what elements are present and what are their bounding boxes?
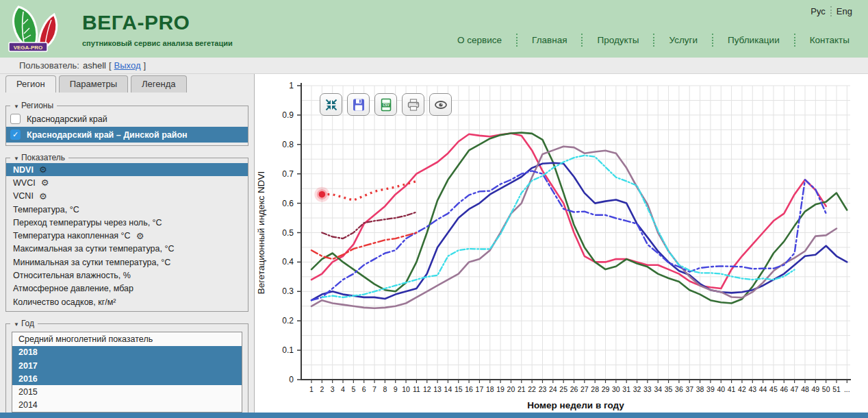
svg-text:27: 27 (580, 385, 589, 393)
region-row[interactable]: Краснодарский край (6, 111, 248, 127)
svg-text:44: 44 (759, 385, 767, 393)
series-ndvi-royalblue-dashdot (311, 171, 826, 300)
region-checkbox[interactable] (10, 114, 21, 124)
year-row[interactable]: 2014 (12, 399, 242, 412)
collapse-arrows-icon (324, 97, 339, 112)
svg-text:1: 1 (289, 81, 294, 90)
nav-item[interactable]: Услуги (653, 34, 712, 47)
nav-item[interactable]: Контакты (794, 34, 864, 47)
svg-text:21: 21 (518, 385, 526, 393)
tab-Параметры[interactable]: Параметры (59, 75, 128, 93)
indicator-row[interactable]: VCNI⚙ (6, 190, 248, 203)
print-button[interactable] (402, 93, 424, 116)
indicator-row[interactable]: Минимальная за сутки температура, °C (6, 256, 248, 269)
svg-text:29: 29 (602, 385, 610, 393)
highlighted-data-point[interactable] (319, 191, 326, 198)
indicator-row[interactable]: Количество осадков, кг/м² (6, 295, 248, 308)
nav-item[interactable]: Главная (516, 34, 581, 47)
year-row[interactable]: 2016 (12, 372, 242, 385)
vega-pro-logo: VEGA-PRO (7, 3, 75, 54)
svg-text:32: 32 (633, 385, 641, 393)
indicator-label: WVCI (13, 178, 36, 188)
indicator-row[interactable]: NDVI⚙ (6, 163, 248, 176)
checkmark-icon: ✓ (12, 131, 18, 138)
collapse-triangle-icon: ▼ (14, 103, 19, 110)
bracket-open: [ (109, 60, 112, 71)
gear-icon[interactable]: ⚙ (39, 191, 47, 201)
collapse-button[interactable] (320, 93, 342, 116)
indicator-row[interactable]: WVCI⚙ (6, 176, 248, 189)
lang-en[interactable]: Eng (832, 6, 857, 16)
indicators-legend[interactable]: ▼Показатель (10, 153, 68, 162)
svg-text:38: 38 (696, 385, 704, 393)
nav-item[interactable]: Публикации (712, 34, 794, 47)
indicator-row[interactable]: Относительная влажность, % (6, 269, 248, 282)
indicators-fieldset: ▼Показатель NDVI⚙WVCI⚙VCNI⚙Температура, … (5, 153, 248, 312)
indicator-label: Переход температуры через ноль, °C (13, 218, 162, 228)
lang-ru[interactable]: Рус (806, 6, 830, 16)
svg-text:23: 23 (539, 385, 547, 393)
indicator-row[interactable]: Температура, °C (6, 203, 248, 216)
region-row[interactable]: ✓Краснодарский край – Динской район (6, 127, 248, 143)
header: VEGA-PRO ВЕГА-PRO спутниковый сервис ана… (0, 0, 868, 58)
regions-legend[interactable]: ▼Регионы (10, 101, 57, 110)
region-checkbox[interactable]: ✓ (10, 130, 21, 140)
svg-text:43: 43 (748, 385, 756, 393)
export-csv-button[interactable]: CSV (374, 93, 397, 116)
year-label: 2017 (18, 361, 38, 371)
region-label: Краснодарский край (27, 114, 107, 124)
view-button[interactable] (429, 93, 452, 116)
logout-link[interactable]: Выход (114, 60, 141, 71)
chart-panel[interactable]: CSV (255, 74, 868, 413)
gear-icon[interactable]: ⚙ (136, 231, 144, 241)
svg-text:33: 33 (643, 385, 652, 393)
svg-text:6: 6 (362, 385, 366, 393)
app-title: ВЕГА-PRO (82, 11, 233, 34)
gear-icon[interactable]: ⚙ (39, 164, 47, 175)
svg-text:18: 18 (486, 385, 494, 393)
year-row[interactable]: 2018 (12, 346, 242, 359)
indicator-label: Относительная влажность, % (13, 271, 131, 280)
collapse-triangle-icon: ▼ (14, 321, 19, 328)
svg-text:41: 41 (728, 385, 736, 393)
svg-text:CSV: CSV (383, 103, 390, 107)
year-row[interactable]: Средний многолетний показатель (12, 332, 242, 345)
indicator-label: Количество осадков, кг/м² (13, 297, 116, 307)
svg-text:13: 13 (433, 385, 442, 393)
year-label: 2014 (18, 400, 38, 410)
gear-icon[interactable]: ⚙ (41, 177, 49, 188)
svg-text:45: 45 (769, 385, 778, 393)
svg-text:0.2: 0.2 (282, 316, 294, 325)
indicator-label: Максимальная за сутки температура, °C (13, 244, 174, 254)
csv-file-icon: CSV (379, 97, 394, 112)
indicator-row[interactable]: Атмосферное давление, мбар (6, 282, 248, 295)
svg-text:0: 0 (289, 375, 294, 384)
tab-Регион[interactable]: Регион (5, 75, 56, 93)
svg-text:4: 4 (341, 385, 345, 393)
indicator-label: Минимальная за сутки температура, °C (13, 258, 170, 267)
user-bar: Пользователь: ashell [ Выход ] (0, 58, 868, 74)
years-legend[interactable]: ▼Год (10, 319, 38, 328)
svg-text:31: 31 (622, 385, 630, 393)
svg-text:16: 16 (465, 385, 473, 393)
year-row[interactable]: 2015 (12, 385, 242, 398)
svg-text:48: 48 (801, 385, 809, 393)
tab-Легенда[interactable]: Легенда (131, 75, 186, 93)
year-row[interactable]: 2017 (12, 359, 242, 372)
indicator-row[interactable]: Переход температуры через ноль, °C (6, 216, 248, 229)
main-nav: О сервисеГлавнаяПродуктыУслугиПубликации… (443, 34, 864, 47)
indicator-row[interactable]: Максимальная за сутки температура, °C (6, 243, 248, 256)
svg-text:20: 20 (507, 385, 515, 393)
printer-icon (406, 97, 421, 112)
indicator-row[interactable]: Температура накопленная °C⚙ (6, 229, 248, 242)
user-label: Пользователь: (19, 60, 79, 71)
regions-fieldset: ▼Регионы Краснодарский край✓Краснодарски… (5, 101, 248, 146)
svg-text:Вегетационный индекс NDVI: Вегетационный индекс NDVI (256, 171, 266, 295)
save-button[interactable] (347, 93, 370, 116)
ndvi-line-chart[interactable]: 00.10.20.30.40.50.60.70.80.9112345678910… (255, 74, 866, 411)
nav-item[interactable]: Продукты (581, 34, 653, 47)
svg-text:19: 19 (496, 385, 505, 393)
nav-item[interactable]: О сервисе (443, 34, 516, 47)
svg-text:0.9: 0.9 (282, 110, 294, 120)
bracket-close: ] (143, 60, 146, 71)
